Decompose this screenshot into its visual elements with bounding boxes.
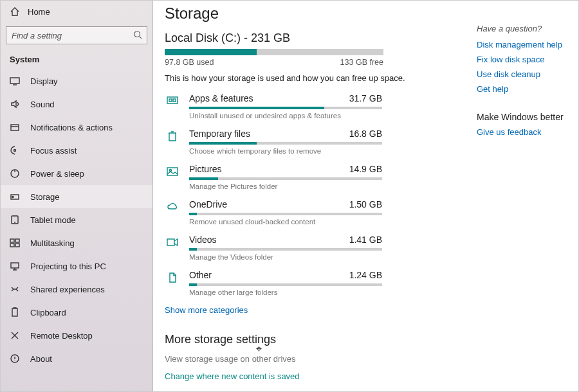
disk-used-label: 97.8 GB used xyxy=(165,58,214,67)
sidebar-item-clipboard[interactable]: Clipboard xyxy=(1,301,152,324)
home-nav[interactable]: Home xyxy=(1,1,152,22)
nav-label: Display xyxy=(30,76,58,86)
sidebar-item-storage[interactable]: Storage xyxy=(1,185,152,208)
sidebar-item-sound[interactable]: Sound xyxy=(1,93,152,116)
category-desc: Manage the Videos folder xyxy=(189,253,461,261)
help-link-2[interactable]: Use disk cleanup xyxy=(477,69,568,79)
category-onedrive[interactable]: OneDrive1.50 GBRemove unused cloud-backe… xyxy=(165,199,461,226)
category-other[interactable]: Other1.24 GBManage other large folders xyxy=(165,270,461,296)
category-size: 31.7 GB xyxy=(349,93,382,103)
category-temporary-files[interactable]: Temporary files16.8 GBChoose which tempo… xyxy=(165,129,461,155)
svg-rect-11 xyxy=(15,244,19,247)
search-input[interactable] xyxy=(6,26,147,44)
nav-icon xyxy=(10,76,20,86)
feedback-link[interactable]: Give us feedback xyxy=(477,127,568,137)
sidebar-item-projecting-to-this-pc[interactable]: Projecting to this PC xyxy=(1,254,152,278)
nav-label: About xyxy=(30,354,52,364)
storage-lead: This is how your storage is used and how… xyxy=(165,73,461,83)
nav-label: Multitasking xyxy=(30,238,75,248)
nav-icon xyxy=(10,330,20,341)
settings-sidebar: Home System DisplaySoundNotifications & … xyxy=(1,1,153,391)
svg-point-19 xyxy=(170,170,172,172)
category-size: 14.9 GB xyxy=(349,164,382,174)
svg-rect-2 xyxy=(11,125,19,130)
sidebar-item-notifications-actions[interactable]: Notifications & actions xyxy=(1,116,152,139)
nav-label: Notifications & actions xyxy=(30,123,113,132)
svg-rect-18 xyxy=(167,168,178,175)
category-desc: Manage other large folders xyxy=(189,289,461,296)
nav-label: Projecting to this PC xyxy=(30,262,106,271)
category-icon xyxy=(165,129,180,155)
disk-free-label: 133 GB free xyxy=(340,58,383,67)
category-name: Apps & features xyxy=(189,93,253,103)
storage-content: Storage Local Disk (C:) - 231 GB 97.8 GB… xyxy=(165,4,477,385)
sidebar-item-tablet-mode[interactable]: Tablet mode xyxy=(1,208,152,231)
category-bar xyxy=(189,142,382,145)
help-link-1[interactable]: Fix low disk space xyxy=(477,55,568,64)
nav-label: Tablet mode xyxy=(30,215,76,225)
category-name: Videos xyxy=(189,235,217,245)
category-videos[interactable]: Videos1.41 GBManage the Videos folder xyxy=(165,235,461,261)
main-pane: Storage Local Disk (C:) - 231 GB 97.8 GB… xyxy=(153,1,578,391)
more-link-0[interactable]: View storage usage on other drives xyxy=(165,354,461,364)
svg-point-6 xyxy=(12,197,14,198)
category-size: 1.41 GB xyxy=(349,235,382,245)
nav-icon xyxy=(10,238,20,248)
nav-label: Remote Desktop xyxy=(30,331,93,341)
category-icon xyxy=(165,199,180,226)
svg-rect-1 xyxy=(10,78,19,84)
svg-rect-10 xyxy=(10,244,14,247)
nav-label: Shared experiences xyxy=(30,285,105,294)
sidebar-section: System xyxy=(1,51,152,69)
page-title: Storage xyxy=(165,4,461,22)
category-icon xyxy=(165,164,180,190)
help-link-3[interactable]: Get help xyxy=(477,84,568,94)
category-name: OneDrive xyxy=(189,199,227,209)
category-pictures[interactable]: Pictures14.9 GBManage the Pictures folde… xyxy=(165,164,461,190)
category-name: Other xyxy=(189,270,212,280)
more-settings-title: More storage settings xyxy=(165,333,461,346)
category-desc: Choose which temporary files to remove xyxy=(189,147,461,155)
category-bar xyxy=(189,213,382,215)
nav-icon xyxy=(10,353,20,364)
category-size: 1.24 GB xyxy=(349,270,382,280)
svg-rect-20 xyxy=(167,239,174,245)
show-more-categories-link[interactable]: Show more categories xyxy=(165,305,461,315)
help-link-0[interactable]: Disk management help xyxy=(477,40,568,49)
category-apps-features[interactable]: Apps & features31.7 GBUninstall unused o… xyxy=(165,93,461,120)
nav-icon xyxy=(10,145,20,156)
nav-label: Storage xyxy=(30,192,60,202)
svg-point-0 xyxy=(134,31,140,37)
sidebar-item-multitasking[interactable]: Multitasking xyxy=(1,231,152,254)
more-link-1[interactable]: Change where new content is saved xyxy=(165,371,461,381)
disk-usage-bar xyxy=(165,49,383,55)
category-bar xyxy=(189,177,382,180)
sidebar-item-remote-desktop[interactable]: Remote Desktop xyxy=(1,324,152,347)
search-icon xyxy=(133,30,142,41)
nav-label: Focus assist xyxy=(30,146,77,156)
sidebar-item-power-sleep[interactable]: Power & sleep xyxy=(1,162,152,185)
nav-icon xyxy=(10,192,20,202)
sidebar-item-shared-experiences[interactable]: Shared experiences xyxy=(1,278,152,301)
home-icon xyxy=(10,6,20,17)
home-label: Home xyxy=(28,7,50,17)
category-bar xyxy=(189,283,382,286)
disk-title: Local Disk (C:) - 231 GB xyxy=(165,31,461,45)
nav-label: Power & sleep xyxy=(30,169,84,179)
make-better-heading: Make Windows better xyxy=(477,112,568,122)
category-desc: Uninstall unused or undesired apps & fea… xyxy=(189,112,461,120)
sidebar-item-display[interactable]: Display xyxy=(1,69,152,93)
svg-rect-16 xyxy=(169,99,172,102)
sidebar-item-focus-assist[interactable]: Focus assist xyxy=(1,139,152,162)
svg-point-3 xyxy=(14,150,16,152)
category-bar xyxy=(189,107,382,109)
have-question-heading: Have a question? xyxy=(477,24,568,33)
svg-rect-13 xyxy=(12,308,17,316)
category-size: 1.50 GB xyxy=(349,199,382,209)
sidebar-item-about[interactable]: About xyxy=(1,347,152,370)
category-desc: Manage the Pictures folder xyxy=(189,183,461,190)
category-icon xyxy=(165,270,180,296)
category-name: Pictures xyxy=(189,164,222,174)
help-rail: Have a question? Disk management helpFix… xyxy=(477,4,568,385)
nav-label: Clipboard xyxy=(30,308,66,317)
